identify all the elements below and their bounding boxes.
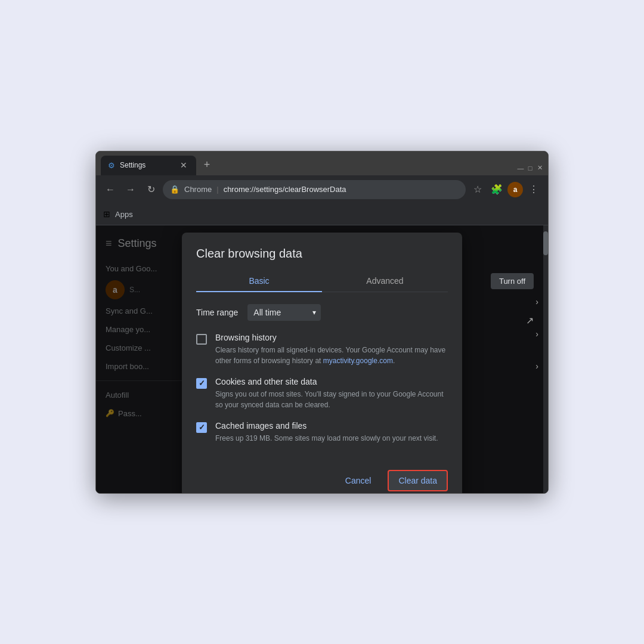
url-separator: | [216,185,218,194]
time-range-label: Time range [196,308,238,317]
cookies-desc: Signs you out of most sites. You'll stay… [215,389,448,410]
scrollbar-track[interactable] [543,225,548,493]
cached-images-item: Cached images and files Frees up 319 MB.… [196,421,448,444]
maximize-button[interactable]: □ [527,165,534,172]
main-content: ≡ Settings You and Goo... a S... Sync an… [96,225,548,493]
window-controls: — □ ✕ [517,165,543,175]
cookies-item: Cookies and other site data Signs you ou… [196,377,448,410]
tab-basic[interactable]: Basic [196,270,322,292]
cookies-title: Cookies and other site data [215,377,448,386]
sidebar-arrow-3: › [535,361,538,371]
refresh-button[interactable]: ↻ [143,181,159,198]
clear-browsing-data-dialog: Clear browsing data Basic Advanced Time … [182,233,462,493]
url-chrome-label: Chrome [184,185,212,194]
external-link-icon: ↗ [526,315,534,326]
settings-tab-favicon: ⚙ [108,161,115,170]
sidebar-arrow-1: › [535,297,538,306]
clear-data-button[interactable]: Clear data [388,470,448,491]
apps-bar: ⊞ Apps [96,204,548,225]
turn-off-button[interactable]: Turn off [491,273,534,289]
address-bar: ← → ↻ 🔒 Chrome | chrome://settings/clear… [96,175,548,204]
dialog-title: Clear browsing data [196,247,448,261]
profile-avatar[interactable]: a [507,182,523,197]
myactivity-link[interactable]: myactivity.google.com [323,357,393,365]
browser-window: ⚙ Settings ✕ + — □ ✕ ← → ↻ 🔒 Chrome | ch… [95,151,549,494]
url-bar[interactable]: 🔒 Chrome | chrome://settings/clearBrowse… [163,180,466,199]
tab-advanced[interactable]: Advanced [322,270,448,292]
browsing-history-title: Browsing history [215,333,448,342]
back-button[interactable]: ← [102,181,119,198]
extensions-icon[interactable]: 🧩 [488,181,505,198]
settings-tab[interactable]: ⚙ Settings ✕ [101,156,196,175]
browser-menu-icon[interactable]: ⋮ [525,181,542,198]
browsing-history-checkbox[interactable] [196,334,207,345]
settings-tab-title: Settings [120,161,174,169]
minimize-button[interactable]: — [517,165,524,172]
lock-icon: 🔒 [170,185,179,194]
forward-button[interactable]: → [122,181,139,198]
cached-images-checkbox[interactable] [196,422,207,433]
url-path: chrome://settings/clearBrowserData [224,185,346,194]
browsing-history-desc: Clears history from all signed-in device… [215,345,448,366]
address-bar-icons: ☆ 🧩 a ⋮ [469,181,542,198]
tab-close-button[interactable]: ✕ [178,160,189,171]
new-tab-button[interactable]: + [199,157,215,174]
cached-images-content: Cached images and files Frees up 319 MB.… [215,421,448,444]
browsing-history-item: Browsing history Clears history from all… [196,333,448,366]
sidebar-arrow-2: › [535,329,538,339]
time-range-select[interactable]: All time Last hour Last 24 hours Last 7 … [247,304,321,321]
time-range-select-wrapper[interactable]: All time Last hour Last 24 hours Last 7 … [247,304,321,321]
cached-images-title: Cached images and files [215,421,448,431]
apps-grid-icon[interactable]: ⊞ [103,209,110,219]
bookmark-icon[interactable]: ☆ [469,181,486,198]
cookies-content: Cookies and other site data Signs you ou… [215,377,448,410]
cookies-checkbox[interactable] [196,378,207,389]
close-button[interactable]: ✕ [536,165,543,172]
dialog-footer: Cancel Clear data [196,460,448,491]
apps-label[interactable]: Apps [115,210,133,219]
tab-bar: ⚙ Settings ✕ + — □ ✕ [96,151,548,175]
time-range-row: Time range All time Last hour Last 24 ho… [196,304,448,321]
cancel-button[interactable]: Cancel [336,470,381,491]
cached-images-desc: Frees up 319 MB. Some sites may load mor… [215,433,448,444]
browsing-history-content: Browsing history Clears history from all… [215,333,448,366]
dialog-overlay: Clear browsing data Basic Advanced Time … [96,225,548,493]
dialog-tabs: Basic Advanced [196,270,448,292]
